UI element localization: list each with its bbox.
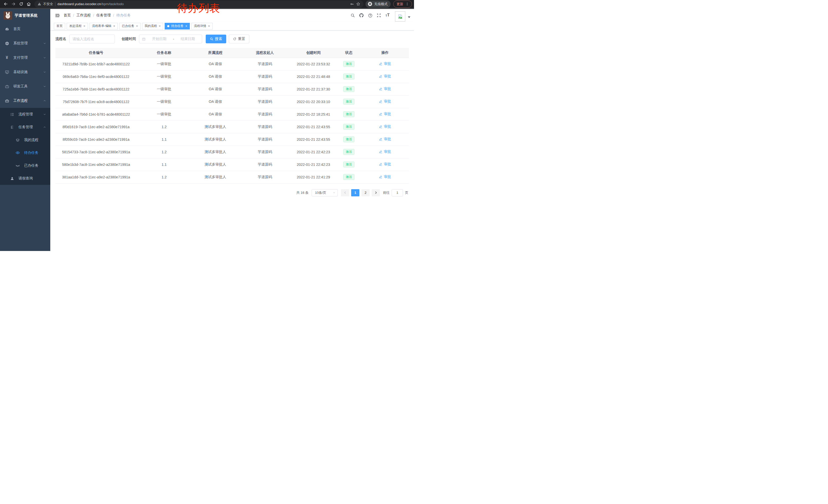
cell-status: 激活 — [336, 70, 361, 83]
tab-initiate-process[interactable]: 发起流程× — [67, 23, 88, 30]
approve-action[interactable]: 审批 — [379, 112, 391, 117]
cell-task-id: 8f0d1619-7ac8-11ec-a9e2-a2380e71991a — [55, 121, 137, 133]
github-button[interactable] — [357, 11, 366, 20]
page-button-2[interactable]: 2 — [362, 189, 370, 196]
avatar-caret-down-icon[interactable] — [408, 16, 410, 18]
cell-status: 激活 — [336, 108, 361, 121]
browser-update-button[interactable]: 更新 — [393, 1, 412, 8]
cell-action: 审批 — [361, 95, 409, 108]
search-button[interactable]: 搜索 — [206, 35, 226, 43]
cell-action: 审批 — [361, 58, 409, 70]
tab-home[interactable]: 首页 — [54, 23, 65, 30]
breadcrumb-item[interactable]: 任务管理 — [96, 13, 111, 18]
reset-button[interactable]: 重置 — [229, 35, 249, 43]
sidebar-item-system-mgmt[interactable]: 系统管理 — [0, 36, 50, 50]
sidebar-item-task-mgmt[interactable]: 任务管理 — [0, 121, 50, 134]
approve-action[interactable]: 审批 — [379, 175, 391, 179]
sidebar-item-label: 系统管理 — [13, 41, 43, 46]
browser-back-button[interactable] — [2, 1, 9, 8]
cell-task-name: 1.2 — [137, 171, 192, 183]
node-tree-icon — [9, 125, 15, 130]
approve-action[interactable]: 审批 — [379, 74, 391, 79]
tab-form-edit[interactable]: 流程表单-编辑× — [89, 23, 118, 30]
cell-starter: 芋道源码 — [239, 133, 291, 146]
status-badge: 激活 — [343, 124, 355, 130]
omnibox-divider — [55, 2, 55, 6]
sidebar-item-infrastructure[interactable]: 基础设施 — [0, 65, 50, 79]
cell-process: 测试多审批人 — [192, 121, 239, 133]
breadcrumb-item[interactable]: 工作流程 — [76, 13, 91, 18]
sidebar-item-done-tasks[interactable]: 已办任务 — [0, 159, 50, 172]
page-size-select[interactable]: 10条/页 — [312, 189, 338, 196]
approve-action[interactable]: 审批 — [379, 87, 391, 91]
cell-process: OA 请假 — [192, 58, 239, 70]
tab-close-icon[interactable]: × — [185, 25, 187, 28]
browser-forward-button[interactable] — [10, 1, 17, 8]
table-row: a6aba0a4-7b6d-11ec-b781-acde48001122一级审批… — [55, 108, 409, 121]
status-badge: 激活 — [343, 99, 355, 104]
tab-todo-tasks[interactable]: 待办任务× — [165, 23, 190, 30]
breadcrumb-item[interactable]: 首页 — [64, 13, 71, 18]
warning-icon — [37, 2, 41, 6]
approve-action[interactable]: 审批 — [379, 149, 391, 154]
sidebar-item-payment-mgmt[interactable]: ¥支付管理 — [0, 50, 50, 65]
sidebar-item-leave-query[interactable]: 请假查询 — [0, 172, 50, 185]
tab-close-icon[interactable]: × — [113, 25, 115, 28]
approve-action[interactable]: 审批 — [379, 137, 391, 141]
help-button[interactable] — [366, 11, 374, 20]
approve-action[interactable]: 审批 — [379, 61, 391, 66]
avatar[interactable] — [395, 11, 405, 21]
approve-action[interactable]: 审批 — [379, 124, 391, 129]
security-chip[interactable]: 不安全 — [37, 2, 53, 6]
cell-process: OA 请假 — [192, 83, 239, 95]
tab-close-icon[interactable]: × — [83, 25, 85, 28]
header-search-button[interactable] — [348, 11, 357, 20]
approve-label: 审批 — [384, 99, 391, 104]
approve-action[interactable]: 审批 — [379, 162, 391, 167]
cell-task-id: 381aa1dd-7ac8-11ec-a9e2-a2380e71991a — [55, 171, 137, 183]
browser-reload-button[interactable] — [17, 1, 25, 8]
tab-process-detail[interactable]: 流程详情× — [191, 23, 213, 30]
bookmark-star-icon[interactable] — [356, 2, 360, 6]
sidebar-item-label: 基础设施 — [13, 70, 43, 74]
fullscreen-icon — [377, 13, 381, 18]
cell-status: 激活 — [336, 83, 361, 95]
approve-action[interactable]: 审批 — [379, 99, 391, 104]
column-header: 所属流程 — [192, 48, 239, 58]
next-page-button[interactable] — [372, 189, 380, 196]
table-row: 75d72608-7b7f-11ec-a3c8-acde48001122一级审批… — [55, 95, 409, 108]
cell-task-name: 1.1 — [137, 133, 192, 146]
update-label: 更新 — [397, 2, 403, 6]
approve-label: 审批 — [384, 149, 391, 154]
browser-home-button[interactable] — [25, 1, 32, 8]
url-path: /bpm/task/todo — [101, 2, 124, 6]
process-name-input[interactable] — [69, 35, 115, 43]
goto-page-input[interactable] — [392, 189, 403, 196]
font-size-button[interactable]: TT — [383, 11, 392, 20]
address-bar[interactable]: 不安全 dashboard.yudao.iocoder.cn/bpm/task/… — [34, 1, 364, 8]
prev-page-button[interactable] — [341, 189, 349, 196]
browser-menu-kebab-icon[interactable] — [405, 2, 409, 6]
sidebar-item-process-mgmt[interactable]: 流程管理 — [0, 108, 50, 121]
sidebar-item-dev-tools[interactable]: 研发工具 — [0, 79, 50, 94]
sidebar-item-todo-tasks[interactable]: 待办任务 — [0, 146, 50, 159]
tab-my-process[interactable]: 我的流程× — [142, 23, 163, 30]
fullscreen-button[interactable] — [374, 11, 383, 20]
chevron-down-icon — [43, 42, 46, 45]
tab-done-tasks[interactable]: 已办任务× — [119, 23, 140, 30]
goto-suffix: 页 — [405, 190, 408, 195]
sidebar-item-workflow[interactable]: 工作流程 — [0, 94, 50, 108]
tab-close-icon[interactable]: × — [208, 25, 210, 28]
sidebar-item-my-process[interactable]: 我的流程 — [0, 134, 50, 146]
password-key-icon[interactable] — [350, 2, 354, 6]
cell-process: OA 请假 — [192, 70, 239, 83]
cell-status: 激活 — [336, 171, 361, 183]
tab-close-icon[interactable]: × — [159, 25, 161, 28]
sidebar-toggle-button[interactable] — [53, 11, 61, 20]
sidebar-item-home[interactable]: 首页 — [0, 22, 50, 36]
date-range-picker[interactable]: 开始日期 - 结束日期 — [139, 35, 202, 43]
page-button-1[interactable]: 1 — [351, 189, 359, 196]
pencil-icon — [379, 112, 382, 116]
tab-close-icon[interactable]: × — [136, 25, 138, 28]
cell-status: 激活 — [336, 95, 361, 108]
